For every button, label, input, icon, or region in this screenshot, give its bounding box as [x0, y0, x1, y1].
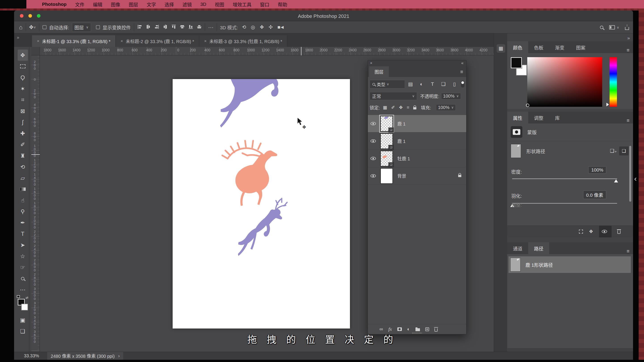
path-selection-tool[interactable]: ➤ — [18, 239, 28, 251]
add-layer-mask-icon[interactable] — [397, 327, 402, 331]
mask-selection-icon[interactable] — [579, 230, 583, 234]
frame-tool[interactable]: ⊠ — [18, 105, 28, 117]
layer-name[interactable]: 背景 — [397, 173, 406, 179]
chevron-down-icon[interactable]: ∨ — [617, 25, 619, 29]
panel-resize-grip[interactable] — [412, 333, 422, 334]
tab-gradients[interactable]: 渐变 — [549, 41, 570, 53]
dock-collapse-arrow-icon[interactable]: ‹ — [634, 174, 636, 183]
layer-row-2[interactable]: ❑鹿 1 — [368, 132, 466, 150]
smudge-tool[interactable]: ☝ — [18, 195, 28, 206]
new-layer-icon[interactable] — [425, 327, 429, 331]
adjustment-layer-icon[interactable]: ◐ — [407, 326, 410, 332]
tab-properties[interactable]: 属性 — [507, 112, 528, 124]
type-tool[interactable]: T — [18, 228, 28, 239]
visibility-eye-icon[interactable] — [370, 122, 376, 125]
panel-menu-icon[interactable]: ≡ — [460, 69, 463, 75]
auto-select-checkbox[interactable] — [42, 25, 46, 29]
tab-color[interactable]: 颜色 — [507, 41, 528, 53]
vertical-ruler[interactable]: 2000200400600800100012001400160018002000… — [31, 55, 40, 360]
blend-mode-dropdown[interactable]: 正常 ∨ — [370, 92, 417, 100]
3d-slide-icon[interactable]: ✣ — [268, 24, 272, 30]
background-color-swatch[interactable] — [21, 304, 28, 310]
close-tab-icon[interactable]: × — [204, 39, 206, 43]
filter-smart-objects-icon[interactable]: ▯ — [449, 81, 460, 87]
layer-row-1[interactable]: ❑鹿 1 — [368, 115, 466, 132]
tab-overflow-icon[interactable]: » — [17, 35, 19, 40]
lasso-tool[interactable]: Ϙ — [18, 72, 28, 83]
hue-slider-marker[interactable] — [606, 103, 609, 106]
filter-type-dropdown[interactable]: 类型 ∨ — [370, 80, 405, 88]
foreground-background-swatches[interactable]: ⇄ — [18, 298, 28, 312]
panel-menu-icon[interactable]: ≡ — [626, 118, 630, 124]
panel-menu-icon[interactable]: ≡ — [626, 248, 630, 254]
canvas[interactable]: ✥ — [173, 79, 350, 329]
filter-toggle-icon[interactable] — [461, 81, 464, 88]
foreground-color-swatch[interactable] — [511, 57, 522, 68]
menu-item-滤镜[interactable]: 滤镜 — [182, 1, 192, 7]
move-tool[interactable]: ✥ — [18, 50, 28, 61]
lock-artboard-icon[interactable]: ⌗ — [407, 105, 409, 110]
tab-layers[interactable]: 图层 — [369, 66, 389, 77]
menu-item-图像[interactable]: 图像 — [111, 1, 120, 7]
clone-stamp-tool[interactable]: ♜ — [18, 150, 28, 161]
visibility-eye-icon[interactable] — [370, 174, 376, 178]
lock-position-icon[interactable]: ✥ — [399, 105, 403, 110]
layer-row-3[interactable]: ❑牡鹿 1 — [368, 150, 466, 167]
visibility-eye-icon[interactable] — [370, 157, 376, 160]
zoom-tool[interactable] — [18, 273, 28, 284]
align-right-edges-icon[interactable] — [154, 24, 159, 30]
swap-colors-icon[interactable]: ⇄ — [26, 296, 28, 300]
filter-type-layers-icon[interactable]: T — [427, 81, 438, 87]
menu-item-文字[interactable]: 文字 — [147, 1, 156, 7]
quick-mask-button[interactable]: ▣ — [18, 314, 28, 326]
custom-shape-tool[interactable]: ☆ — [18, 251, 28, 262]
menu-item-文件[interactable]: 文件 — [75, 1, 84, 7]
healing-brush-tool[interactable]: ✚ — [18, 128, 28, 139]
3d-orbit-icon[interactable]: ⟲ — [242, 24, 245, 30]
layer-row-4[interactable]: 背景 — [368, 167, 466, 185]
lock-paint-icon[interactable]: ✐ — [391, 105, 395, 110]
document-tab-1[interactable]: × 未标题-1 @ 33.3% (鹿 1, RGB/8) * — [32, 35, 116, 47]
close-tab-icon[interactable]: × — [37, 39, 39, 43]
close-tab-icon[interactable]: × — [120, 39, 123, 43]
history-brush-tool[interactable]: ⟲ — [18, 161, 28, 173]
tab-libraries[interactable]: 库 — [549, 112, 566, 124]
default-colors-icon[interactable] — [17, 295, 20, 298]
opacity-value[interactable]: 100% ∨ — [441, 93, 461, 99]
lock-transparent-icon[interactable]: ▦ — [383, 105, 387, 110]
workspace-layout-icon[interactable] — [609, 25, 615, 29]
tab-patterns[interactable]: 图案 — [570, 41, 591, 53]
menu-item-帮助[interactable]: 帮助 — [278, 1, 287, 7]
tab-channels[interactable]: 通道 — [507, 242, 528, 254]
layer-style-icon[interactable]: fx — [388, 326, 392, 332]
align-vertical-centers-icon[interactable] — [180, 24, 185, 30]
visibility-eye-icon[interactable] — [370, 139, 376, 143]
align-horizontal-centers-icon[interactable] — [146, 24, 151, 30]
layer-thumbnail[interactable]: ❑ — [380, 116, 393, 132]
menu-item-增效工具[interactable]: 增效工具 — [233, 1, 252, 7]
layer-thumbnail[interactable] — [380, 168, 393, 184]
link-layers-icon[interactable]: ∞ — [380, 326, 383, 332]
lock-all-icon[interactable] — [413, 107, 416, 109]
menu-item-图层[interactable]: 图层 — [129, 1, 138, 7]
menu-item-选择[interactable]: 选择 — [164, 1, 174, 7]
density-slider-thumb[interactable] — [614, 179, 618, 182]
zoom-level[interactable]: 33.33% — [24, 353, 39, 359]
3d-roll-icon[interactable]: ◎ — [251, 24, 254, 30]
filter-pixel-layers-icon[interactable]: ▤ — [405, 81, 416, 87]
layer-thumbnail[interactable]: ❑ — [380, 151, 393, 166]
density-value[interactable]: 100% — [588, 166, 606, 174]
distribute-horizontal-icon[interactable] — [163, 24, 168, 30]
align-left-edges-icon[interactable] — [137, 24, 142, 30]
collapse-panel-icon[interactable]: « — [461, 60, 464, 65]
gradient-tool[interactable] — [18, 183, 28, 195]
delete-layer-icon[interactable] — [434, 327, 438, 332]
menu-item-视图[interactable]: 视图 — [215, 1, 224, 7]
eraser-tool[interactable]: ▱ — [18, 173, 28, 183]
hue-slider[interactable] — [610, 57, 617, 107]
panel-menu-icon[interactable]: ≡ — [626, 47, 630, 53]
magic-wand-tool[interactable]: ✶ — [18, 83, 28, 94]
crop-tool[interactable]: ⌗ — [18, 94, 28, 105]
edit-toolbar[interactable]: ⋯ — [18, 284, 28, 295]
tab-paths[interactable]: 路径 — [528, 242, 549, 254]
